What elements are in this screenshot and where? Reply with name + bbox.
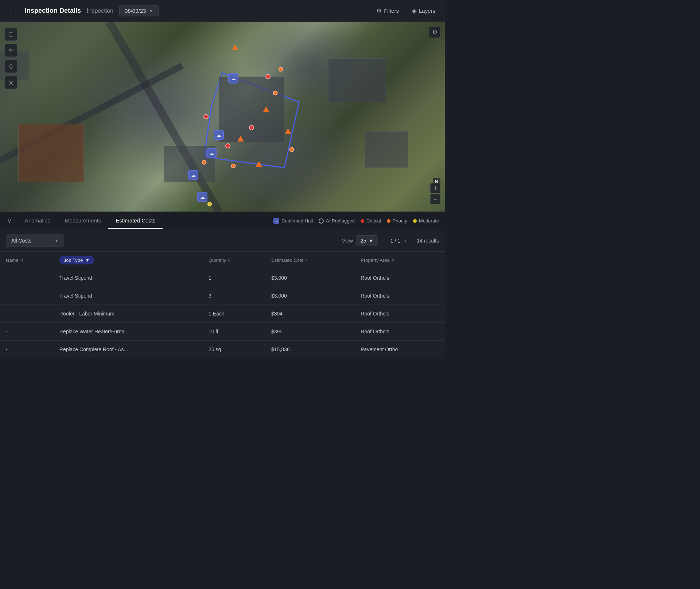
priority-marker-3[interactable]: [285, 128, 291, 134]
ai-legend-icon: [319, 218, 324, 224]
cell-job-type: Travel Stipend: [54, 269, 203, 287]
cell-estimated-cost: $15,836: [265, 341, 355, 359]
prev-page-button[interactable]: ‹: [381, 236, 389, 245]
priority-dot-4[interactable]: [289, 147, 294, 152]
inspection-tab[interactable]: Inspection: [87, 8, 113, 14]
critical-marker-3[interactable]: [225, 143, 230, 148]
priority-dot-5[interactable]: [279, 67, 283, 72]
pagination: ‹ 1 / 1 ›: [381, 236, 409, 245]
hail-marker-3[interactable]: ☁: [188, 170, 198, 180]
legend-hail-label: Confirmed Hail: [281, 218, 313, 224]
cost-sort-icon: ⇅: [305, 258, 308, 263]
filter-dropdown-arrow: ▼: [54, 238, 59, 243]
moderate-dot-1[interactable]: [207, 202, 212, 206]
filter-bar: All Costs ▼ View 25 ▼ ‹ 1 / 1 › 14 resul…: [0, 230, 445, 252]
header: ← Inspection Details Inspection 08/09/23…: [0, 0, 445, 22]
legend-critical: Critical: [361, 218, 381, 224]
cell-job-type: Roofer - Labor Minimum: [54, 305, 203, 323]
job-type-dropdown-arrow: ▼: [85, 257, 90, 263]
cell-estimated-cost: $3,000: [265, 269, 355, 287]
col-estimated-cost: Estimated Cost ⇅: [265, 252, 355, 269]
cost-filter-select[interactable]: All Costs ▼: [6, 235, 64, 247]
zoom-out-button[interactable]: −: [430, 194, 440, 204]
legend-critical-label: Critical: [366, 218, 381, 224]
filters-label: Filters: [384, 8, 399, 14]
measure-tool[interactable]: ⚇: [4, 60, 18, 73]
cell-name: -: [0, 287, 54, 305]
priority-dot-2[interactable]: [231, 164, 236, 168]
view-count: 25: [361, 238, 366, 244]
building-1: [219, 77, 284, 142]
location-tool[interactable]: ◎: [4, 76, 18, 89]
costs-table: Name ⇅ Job Type ▼ Quantity ⇅: [0, 252, 445, 358]
tab-estimated-costs[interactable]: Estimated Costs: [108, 213, 163, 229]
area-sort[interactable]: Property Area ⇅: [361, 257, 394, 263]
layers-button[interactable]: ◈ Layers: [408, 5, 439, 16]
cell-quantity: 3: [203, 287, 265, 305]
map-area[interactable]: ☁ ☁ ☁ ☁ ☁ ☐ ✏ ⚇ ◎ ⚙ N + −: [0, 22, 445, 212]
quantity-sort[interactable]: Quantity ⇅: [209, 257, 231, 263]
select-tool[interactable]: ☐: [4, 28, 18, 41]
col-name: Name ⇅: [0, 252, 54, 269]
cell-estimated-cost: $3,000: [265, 287, 355, 305]
collapse-button[interactable]: ∨: [6, 216, 13, 226]
area-sort-icon: ⇅: [391, 258, 394, 263]
tab-anomalies[interactable]: Anomalies: [18, 213, 58, 229]
cell-job-type: Replace Water Heater/Furna...: [54, 323, 203, 341]
next-page-button[interactable]: ›: [402, 236, 409, 245]
view-select-arrow: ▼: [369, 238, 374, 244]
priority-marker-5[interactable]: [256, 161, 262, 167]
cell-property-area: Roof Ortho's: [355, 269, 445, 287]
building-3: [18, 124, 84, 182]
view-count-select[interactable]: 25 ▼: [356, 235, 378, 246]
date-dropdown-arrow: ▼: [149, 8, 153, 13]
legend: ☁ Confirmed Hail AI Preflagged Critical …: [273, 218, 439, 224]
hail-marker-2[interactable]: ☁: [206, 148, 217, 158]
layers-label: Layers: [419, 8, 435, 14]
priority-marker-1[interactable]: [232, 44, 238, 50]
date-value: 08/09/23: [125, 8, 146, 14]
bottom-panel: ∨ Anomalies Measurements Estimated Costs…: [0, 212, 445, 358]
hail-marker-1[interactable]: ☁: [228, 73, 238, 84]
table-row: -Travel Stipend1$3,000Roof Ortho's: [0, 269, 445, 287]
critical-marker-4[interactable]: [265, 74, 271, 79]
cell-property-area: Roof Ortho's: [355, 287, 445, 305]
priority-marker-4[interactable]: [237, 136, 244, 142]
back-button[interactable]: ←: [6, 5, 19, 16]
filters-icon: ⚙: [376, 7, 382, 15]
draw-tool[interactable]: ✏: [4, 44, 18, 57]
priority-marker-2[interactable]: [263, 106, 269, 112]
critical-marker-1[interactable]: [203, 114, 209, 119]
moderate-legend-icon: [413, 219, 417, 223]
job-type-filter-button[interactable]: Job Type ▼: [59, 256, 94, 264]
tab-measurements[interactable]: Measurements: [58, 213, 108, 229]
cell-name: -: [0, 269, 54, 287]
table-row: -Replace Water Heater/Furna...10 lf$395R…: [0, 323, 445, 341]
date-picker-button[interactable]: 08/09/23 ▼: [119, 5, 159, 16]
cell-name: -: [0, 305, 54, 323]
col-property-area: Property Area ⇅: [355, 252, 445, 269]
hail-marker-5[interactable]: ☁: [214, 130, 224, 140]
results-count: 14 results: [417, 238, 439, 244]
cell-property-area: Roof Ortho's: [355, 323, 445, 341]
critical-marker-2[interactable]: [249, 125, 254, 130]
priority-dot-3[interactable]: [273, 91, 278, 96]
priority-dot-1[interactable]: [202, 160, 207, 165]
table-row: -Travel Stipend3$3,000Roof Ortho's: [0, 287, 445, 305]
cell-property-area: Roof Ortho's: [355, 305, 445, 323]
cost-sort[interactable]: Estimated Cost ⇅: [271, 257, 308, 263]
filters-button[interactable]: ⚙ Filters: [373, 5, 402, 16]
legend-moderate: Moderate: [413, 218, 439, 224]
cell-quantity: 25 sq: [203, 341, 265, 359]
tab-bar: ∨ Anomalies Measurements Estimated Costs…: [0, 212, 445, 230]
legend-moderate-label: Moderate: [419, 218, 439, 224]
name-sort[interactable]: Name ⇅: [6, 257, 23, 263]
critical-legend-icon: [361, 219, 364, 223]
map-settings-button[interactable]: ⚙: [429, 26, 440, 38]
hail-marker-4[interactable]: ☁: [197, 192, 207, 202]
page-title: Inspection Details: [25, 7, 81, 15]
cell-name: -: [0, 341, 54, 359]
zoom-in-button[interactable]: +: [430, 183, 440, 193]
table-header-row: Name ⇅ Job Type ▼ Quantity ⇅: [0, 252, 445, 269]
view-controls: View 25 ▼ ‹ 1 / 1 › 14 results: [342, 235, 439, 246]
